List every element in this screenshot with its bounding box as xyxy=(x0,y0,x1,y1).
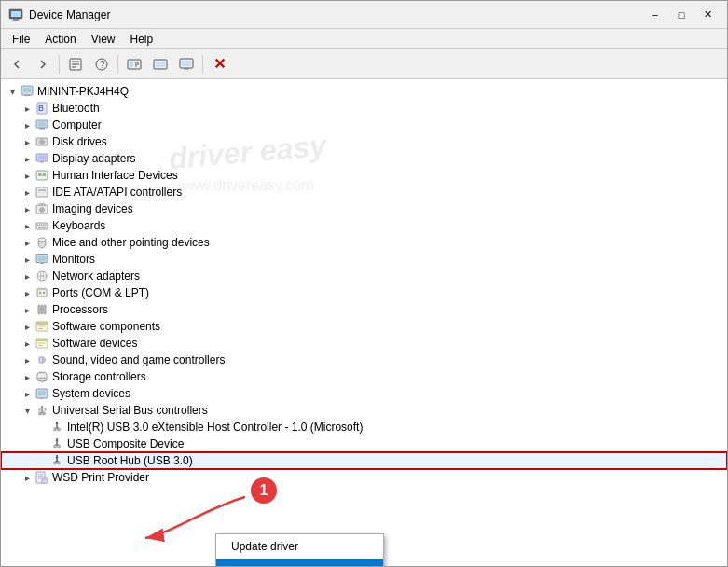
svg-rect-54 xyxy=(38,256,47,261)
bluetooth-expand[interactable]: ▸ xyxy=(20,101,34,116)
svg-point-42 xyxy=(41,209,43,211)
help-button[interactable]: ? xyxy=(89,52,114,76)
root-icon xyxy=(20,84,34,99)
maximize-button[interactable]: □ xyxy=(669,5,694,25)
network-expand[interactable]: ▸ xyxy=(20,269,34,284)
root-label: MININT-PKJ4H4Q xyxy=(37,85,129,98)
network-label: Network adapters xyxy=(52,270,140,283)
hid-expand[interactable]: ▸ xyxy=(20,168,34,183)
back-button[interactable] xyxy=(5,52,29,76)
tree-root[interactable]: ▾ MININT-PKJ4H4Q xyxy=(1,83,727,100)
imaging-expand[interactable]: ▸ xyxy=(20,201,34,216)
tree-sw-components[interactable]: ▸ Software components xyxy=(1,318,727,335)
sw-devices-expand[interactable]: ▸ xyxy=(20,336,34,351)
tree-network[interactable]: ▸ Network adapters xyxy=(1,268,727,284)
window-controls: − □ ✕ xyxy=(643,5,720,25)
tree-usb-root-hub[interactable]: USB Root Hub (USB 3.0) xyxy=(1,452,727,469)
ports-expand[interactable]: ▸ xyxy=(20,285,34,300)
tree-imaging[interactable]: ▸ Imaging devices xyxy=(1,201,727,217)
storage-expand[interactable]: ▸ xyxy=(20,369,34,384)
tree-hid[interactable]: ▸ Human Interface Devices xyxy=(1,167,727,184)
disk-icon xyxy=(34,134,49,149)
system-icon xyxy=(34,386,49,401)
menu-view[interactable]: View xyxy=(84,31,123,48)
minimize-button[interactable]: − xyxy=(643,5,667,25)
ide-expand[interactable]: ▸ xyxy=(20,185,34,200)
usb-label: Universal Serial Bus controllers xyxy=(52,404,208,417)
processors-icon xyxy=(34,302,49,317)
intel-usb-label: Intel(R) USB 3.0 eXtensible Host Control… xyxy=(67,421,363,434)
svg-rect-102 xyxy=(42,478,48,483)
title-bar: Device Manager − □ ✕ xyxy=(1,1,727,29)
context-uninstall-device[interactable]: Uninstall device xyxy=(216,559,383,566)
tree-intel-usb[interactable]: Intel(R) USB 3.0 eXtensible Host Control… xyxy=(1,419,727,436)
toolbar-divider-1 xyxy=(59,55,60,74)
tree-wsd[interactable]: ▸ WSD Print Provider xyxy=(1,469,727,486)
usb-icon xyxy=(34,403,49,418)
display-button[interactable] xyxy=(174,52,199,76)
menu-file[interactable]: File xyxy=(5,31,37,48)
toolbar: ? ✕ xyxy=(1,49,727,79)
ide-label: IDE ATA/ATAPI controllers xyxy=(52,186,182,199)
tree-processors[interactable]: ▸ Processors xyxy=(1,301,727,318)
tree-ports[interactable]: ▸ Ports (COM & LPT) xyxy=(1,284,727,301)
monitors-expand[interactable]: ▸ xyxy=(20,252,34,267)
processors-label: Processors xyxy=(52,303,108,316)
svg-rect-58 xyxy=(37,289,47,297)
tree-sw-devices[interactable]: ▸ Software devices xyxy=(1,335,727,352)
computer-expand[interactable]: ▸ xyxy=(20,118,34,132)
device-manager-window: Device Manager − □ ✕ File Action View He… xyxy=(0,0,728,567)
tree-mice[interactable]: ▸ Mice and other pointing devices xyxy=(1,234,727,251)
display-icon xyxy=(34,151,49,166)
menu-action[interactable]: Action xyxy=(37,31,83,48)
tree-keyboards[interactable]: ▸ Keyboards xyxy=(1,217,727,234)
monitors-label: Monitors xyxy=(52,253,95,266)
network-icon xyxy=(34,269,49,284)
usb-root-hub-label: USB Root Hub (USB 3.0) xyxy=(67,454,193,467)
tree-monitors[interactable]: ▸ Monitors xyxy=(1,251,727,268)
bluetooth-icon: B xyxy=(34,101,49,116)
tree-disk[interactable]: ▸ Disk drives xyxy=(1,133,727,150)
system-expand[interactable]: ▸ xyxy=(20,386,34,401)
tree-ide[interactable]: ▸ IDE ATA/ATAPI controllers xyxy=(1,184,727,201)
sw-components-expand[interactable]: ▸ xyxy=(20,319,34,334)
context-menu: Update driver Uninstall device Scan for … xyxy=(215,533,384,566)
delete-button[interactable]: ✕ xyxy=(207,52,231,76)
menu-help[interactable]: Help xyxy=(123,31,161,48)
close-button[interactable]: ✕ xyxy=(695,5,720,25)
root-expand[interactable]: ▾ xyxy=(5,84,20,99)
tree-usb[interactable]: ▾ Universal Serial Bus controllers xyxy=(1,402,727,419)
keyboards-label: Keyboards xyxy=(52,219,105,232)
tree-usb-composite[interactable]: USB Composite Device xyxy=(1,436,727,452)
main-content[interactable]: driver easy www.drivereasy.com ▾ MININT-… xyxy=(1,79,727,566)
tree-display[interactable]: ▸ Display adapters xyxy=(1,150,727,167)
scan-button[interactable] xyxy=(122,52,146,76)
mice-expand[interactable]: ▸ xyxy=(20,235,34,250)
tree-storage[interactable]: ▸ Storage controllers xyxy=(1,368,727,385)
svg-marker-94 xyxy=(56,438,59,441)
ports-label: Ports (COM & LPT) xyxy=(52,286,149,299)
tree-system[interactable]: ▸ System devices xyxy=(1,385,727,402)
context-update-driver[interactable]: Update driver xyxy=(216,534,383,559)
properties-button[interactable] xyxy=(63,52,88,76)
tree-computer[interactable]: ▸ Computer xyxy=(1,117,727,133)
svg-rect-65 xyxy=(40,308,45,312)
svg-point-89 xyxy=(54,428,57,431)
display-expand[interactable]: ▸ xyxy=(20,151,34,166)
sw-components-icon xyxy=(34,319,49,334)
tree-bluetooth[interactable]: ▸ B Bluetooth xyxy=(1,100,727,117)
keyboards-expand[interactable]: ▸ xyxy=(20,218,34,233)
processors-expand[interactable]: ▸ xyxy=(20,302,34,317)
mice-label: Mice and other pointing devices xyxy=(52,236,210,249)
sound-expand[interactable]: ▸ xyxy=(20,353,34,367)
imaging-label: Imaging devices xyxy=(52,202,133,215)
forward-button[interactable] xyxy=(31,52,55,76)
wsd-expand[interactable]: ▸ xyxy=(20,470,34,485)
disk-expand[interactable]: ▸ xyxy=(20,134,34,149)
svg-rect-77 xyxy=(36,339,48,341)
usb-expand[interactable]: ▾ xyxy=(20,403,34,418)
svg-marker-97 xyxy=(56,455,59,458)
svg-rect-73 xyxy=(36,322,48,325)
update-button[interactable] xyxy=(148,52,172,76)
tree-sound[interactable]: ▸ Sound, video and game controllers xyxy=(1,352,727,368)
